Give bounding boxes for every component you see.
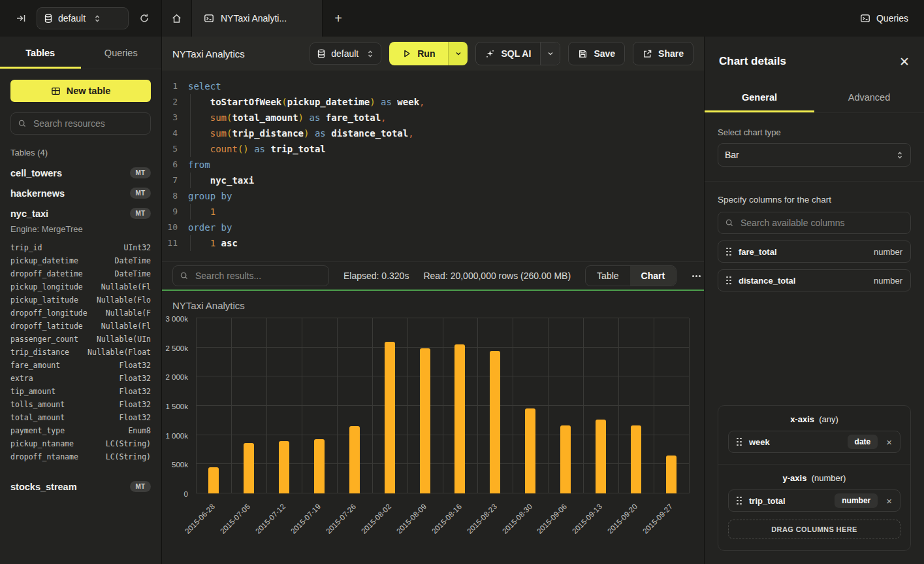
tab-general[interactable]: General — [705, 84, 814, 112]
bar-2015-07-19[interactable] — [314, 439, 325, 493]
x-axis-section: x-axis (any) weekdate× — [718, 406, 910, 464]
code-token — [309, 128, 314, 139]
sidebar-tab-tables[interactable]: Tables — [0, 37, 81, 69]
code-text: toStartOfWeek(pickup_datetime) as week, — [188, 94, 425, 110]
sparkles-icon — [485, 49, 495, 59]
drag-handle-icon[interactable] — [726, 276, 731, 285]
column-name: pickup_datetime — [10, 254, 78, 267]
bar-2015-08-23[interactable] — [490, 351, 500, 493]
bar-2015-08-30[interactable] — [525, 408, 535, 493]
column-type: DateTime — [115, 254, 151, 267]
code-line: 10order by — [162, 220, 704, 235]
refresh-icon[interactable] — [136, 10, 152, 26]
tab-advanced[interactable]: Advanced — [814, 84, 924, 112]
column-row: pickup_latitudeNullable(Flo — [10, 293, 151, 307]
save-button[interactable]: Save — [568, 42, 625, 65]
search-icon — [180, 271, 189, 280]
remove-icon[interactable]: × — [886, 437, 892, 448]
drag-handle-icon[interactable] — [726, 248, 731, 256]
x-tick-label: 2015-08-30 — [500, 503, 533, 535]
bar-2015-09-27[interactable] — [666, 456, 677, 493]
code-text: group by — [188, 188, 232, 204]
bar-2015-09-06[interactable] — [560, 425, 571, 493]
collapse-sidebar-icon[interactable] — [13, 10, 29, 26]
x-tick-label: 2015-08-23 — [466, 503, 498, 535]
bar-2015-06-28[interactable] — [208, 467, 219, 493]
column-name: dropoff_datetime — [10, 267, 83, 280]
bar-2015-09-13[interactable] — [596, 420, 606, 493]
bar-2015-08-02[interactable] — [385, 342, 395, 493]
table-view-button[interactable]: Table — [586, 266, 629, 286]
table-row-nyc_taxi[interactable]: nyc_taxiMT — [0, 203, 161, 224]
sql-editor[interactable]: 1select2 toStartOfWeek(pickup_datetime) … — [162, 71, 704, 261]
gridline — [302, 318, 302, 493]
axis-chip-week[interactable]: weekdate× — [728, 431, 900, 453]
columns-search[interactable] — [718, 212, 911, 234]
gridline — [443, 318, 443, 493]
run-database-selector[interactable]: default — [310, 42, 381, 65]
play-icon — [402, 49, 411, 58]
sidebar-tab-queries[interactable]: Queries — [81, 37, 162, 69]
drag-handle-icon[interactable] — [737, 438, 742, 446]
code-token: total_amount — [232, 112, 298, 123]
x-tick-label: 2015-08-16 — [430, 503, 463, 535]
database-selector-value: default — [58, 13, 86, 24]
database-selector[interactable]: default — [37, 7, 129, 29]
remove-icon[interactable]: × — [886, 495, 892, 506]
drag-columns-dropzone[interactable]: DRAG COLUMNS HERE — [728, 520, 900, 539]
queries-button[interactable]: Queries — [844, 0, 924, 37]
bar-2015-08-09[interactable] — [420, 348, 430, 493]
sidebar-search[interactable] — [10, 112, 151, 135]
table-row-cell_towers[interactable]: cell_towersMT — [0, 163, 161, 183]
home-icon — [171, 13, 182, 24]
sql-ai-options-button[interactable] — [540, 42, 560, 65]
column-chip-fare_total[interactable]: fare_totalnumber — [718, 241, 911, 263]
chart-y-axis: 0500k1 000k1 500k2 000k2 500k3 000k — [162, 318, 192, 493]
columns-search-input[interactable] — [739, 217, 904, 229]
chart-view-button[interactable]: Chart — [630, 266, 677, 286]
new-tab-button[interactable]: + — [323, 0, 354, 37]
more-options-icon[interactable] — [692, 275, 693, 277]
query-header: NYTaxi Analytics default Run — [162, 37, 704, 71]
table-row-stocks_stream[interactable]: stocks_streamMT — [0, 476, 161, 497]
column-type: Nullable(Fl — [101, 320, 151, 333]
column-type: LC(String) — [106, 450, 151, 463]
line-number: 2 — [162, 94, 188, 110]
x-tick-label: 2015-09-13 — [571, 503, 603, 535]
query-tab[interactable]: NYTaxi Analyti... — [192, 0, 323, 37]
bar-2015-07-12[interactable] — [279, 441, 289, 493]
indent-guide — [190, 110, 191, 125]
run-options-button[interactable] — [448, 42, 468, 65]
close-icon[interactable]: ✕ — [899, 56, 910, 68]
column-name: pickup_ntaname — [10, 437, 74, 450]
table-row-hackernews[interactable]: hackernewsMT — [0, 183, 161, 203]
sidebar-search-input[interactable] — [32, 118, 144, 129]
sql-ai-button[interactable]: SQL AI — [475, 42, 560, 65]
results-search-input[interactable] — [194, 270, 322, 282]
line-number: 4 — [162, 125, 188, 141]
results-search[interactable] — [172, 265, 329, 286]
bar-2015-07-05[interactable] — [244, 443, 254, 493]
bar-2015-07-26[interactable] — [349, 426, 360, 493]
code-token — [320, 112, 325, 123]
save-icon — [578, 49, 588, 59]
column-type: Nullable(UIn — [97, 333, 151, 346]
share-button[interactable]: Share — [633, 42, 693, 65]
line-number: 11 — [162, 235, 188, 251]
run-button[interactable]: Run — [389, 42, 448, 65]
code-line: 7 nyc_taxi — [162, 173, 704, 188]
bar-2015-09-20[interactable] — [631, 425, 641, 493]
column-row: payment_typeEnum8 — [10, 424, 151, 437]
bar-2015-08-16[interactable] — [454, 344, 465, 493]
database-icon — [317, 49, 326, 59]
chart-type-selector[interactable]: Bar — [718, 143, 911, 167]
home-tab[interactable] — [162, 0, 192, 37]
new-table-button[interactable]: New table — [10, 80, 151, 102]
column-type: UInt32 — [123, 241, 151, 254]
column-type: DateTime — [115, 267, 151, 280]
code-line: 2 toStartOfWeek(pickup_datetime) as week… — [162, 94, 704, 110]
drag-handle-icon[interactable] — [737, 497, 742, 505]
axis-chip-trip_total[interactable]: trip_totalnumber× — [728, 489, 900, 512]
column-chip-distance_total[interactable]: distance_totalnumber — [718, 269, 911, 291]
y-tick-label: 0 — [184, 490, 188, 498]
